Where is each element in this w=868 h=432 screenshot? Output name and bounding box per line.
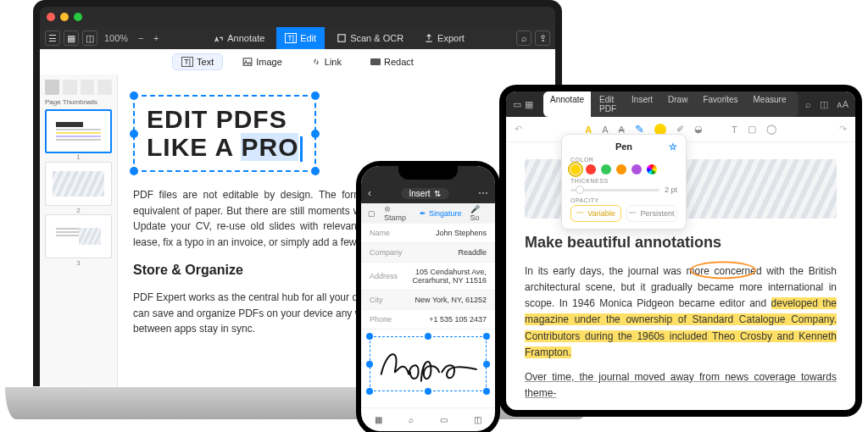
circled-text: more concerned xyxy=(687,265,762,277)
thickness-slider[interactable] xyxy=(570,189,659,191)
phone-grid-icon[interactable]: ▦ xyxy=(375,415,382,424)
phone-back-icon[interactable]: ‹ xyxy=(361,187,378,199)
svg-rect-1 xyxy=(243,58,252,65)
view-mode-icon[interactable]: ▦ xyxy=(64,30,79,46)
favorite-star-icon[interactable]: ☆ xyxy=(669,141,677,152)
text-edit-selection[interactable]: EDIT PDFS LIKE A PRO xyxy=(133,95,316,172)
article-paragraph-2: Over time, the journal moved away from n… xyxy=(525,369,837,402)
edit-tool-text-label: Text xyxy=(197,57,214,67)
zoom-in-button[interactable]: + xyxy=(150,33,162,43)
article-paragraph-1: In its early days, the journal was more … xyxy=(525,263,837,361)
headline-selected-word: PRO xyxy=(241,133,298,161)
strike-tool-icon[interactable]: A xyxy=(619,125,625,135)
fill-sign-icon[interactable]: ▢ xyxy=(368,209,376,218)
eraser-tool-icon[interactable]: ◒ xyxy=(694,124,703,135)
opacity-persistent-button[interactable]: 〰 Persistent xyxy=(626,205,677,222)
tablet-tab-add[interactable]: ＋ xyxy=(794,91,798,117)
phone-bottom-bar: ▦ ⌕ ▭ ◫ xyxy=(361,407,495,431)
tablet-tab-editpdf[interactable]: Edit PDF xyxy=(593,91,623,117)
close-icon[interactable] xyxy=(47,13,55,21)
tablet-tab-measure[interactable]: Measure xyxy=(747,91,793,117)
popover-title: Pen xyxy=(615,141,632,152)
form-row-address: Address105 Cendahurst Ave, Cerarhurst, N… xyxy=(361,263,495,291)
back-icon[interactable]: ▭ xyxy=(513,99,521,110)
phone-search-icon[interactable]: ⌕ xyxy=(409,415,414,424)
note-tool-icon[interactable]: ▢ xyxy=(748,124,756,135)
edit-tool-redact[interactable]: Redact xyxy=(362,54,422,69)
signature-tool[interactable]: ✒︎ Singature xyxy=(420,209,462,218)
sound-tool[interactable]: 🎤 So xyxy=(470,205,488,222)
sidebar-tab-thumbnails[interactable] xyxy=(45,80,59,95)
thickness-value: 2 pt xyxy=(665,186,677,194)
zoom-level[interactable]: 100% xyxy=(101,33,131,43)
signature-glyph xyxy=(373,341,483,387)
tab-annotate[interactable]: Annotate xyxy=(205,27,273,49)
pen-settings-popover: Pen☆ COLOR THICKNESS 2 pt OPACITY 〰 Vari… xyxy=(561,134,687,230)
tablet-search-icon[interactable]: ⌕ xyxy=(805,99,811,109)
edit-tool-text[interactable]: T|Text xyxy=(173,54,222,69)
tablet-tab-draw[interactable]: Draw xyxy=(661,91,694,117)
sidebar-tab-annotations[interactable] xyxy=(81,80,95,95)
phone-titlebar: ‹ Insert ⇅ ⋯ xyxy=(361,183,495,203)
color-picker-icon[interactable] xyxy=(647,164,657,174)
minimize-icon[interactable] xyxy=(60,13,69,21)
sidebar-tab-bookmarks[interactable] xyxy=(97,80,112,95)
color-purple[interactable] xyxy=(632,164,642,174)
popover-thickness-label: THICKNESS xyxy=(570,178,677,184)
edit-tool-link[interactable]: Link xyxy=(303,54,350,69)
svg-rect-0 xyxy=(338,35,345,42)
highlight-tool-icon[interactable]: A xyxy=(585,125,592,135)
color-orange[interactable] xyxy=(616,164,626,174)
underline-tool-icon[interactable]: A xyxy=(602,125,608,135)
share-icon[interactable]: ⇪ xyxy=(535,30,550,46)
search-icon[interactable]: ⌕ xyxy=(516,30,531,46)
color-red[interactable] xyxy=(586,164,596,174)
color-yellow[interactable] xyxy=(570,164,581,174)
tab-annotate-label: Annotate xyxy=(227,33,264,43)
headline-line-2a: LIKE A xyxy=(147,133,241,161)
opacity-variable-button[interactable]: 〰 Variable xyxy=(570,205,621,222)
phone-book-icon[interactable]: ▭ xyxy=(440,415,448,424)
phone-mode-dropdown[interactable]: Insert ⇅ xyxy=(401,188,449,199)
form-row-phone: Phone+1 535 105 2437 xyxy=(361,310,495,330)
tablet-text-settings-icon[interactable]: ᴀA xyxy=(837,99,849,110)
color-green[interactable] xyxy=(601,164,611,174)
sidebar-tab-outline[interactable] xyxy=(63,80,77,95)
bookmark-icon[interactable]: ◫ xyxy=(82,30,97,46)
tab-edit-label: Edit xyxy=(300,33,316,43)
popover-color-label: COLOR xyxy=(570,157,677,163)
tab-export-label: Export xyxy=(437,33,465,43)
edit-tool-redact-label: Redact xyxy=(384,57,414,67)
phone-more-icon[interactable]: ⋯ xyxy=(471,187,495,199)
edit-tool-image[interactable]: Image xyxy=(234,54,291,69)
zoom-out-button[interactable]: − xyxy=(135,33,147,43)
page-thumbnail-2[interactable]: 2 xyxy=(45,162,112,206)
stamp-tool[interactable]: ♔ Stamp xyxy=(384,205,411,222)
tab-export[interactable]: Export xyxy=(415,27,473,49)
shape-tool-icon[interactable]: ◯ xyxy=(766,124,776,135)
tab-scan-ocr[interactable]: Scan & OCR xyxy=(328,27,412,49)
headline-line-1: EDIT PDFS xyxy=(147,105,287,133)
page-thumbnail-1[interactable]: 1 xyxy=(45,109,112,153)
zoom-icon[interactable] xyxy=(74,13,82,21)
page-thumbnail-3[interactable]: 3 xyxy=(45,214,112,258)
tablet-tab-insert[interactable]: Insert xyxy=(625,91,659,117)
signature-box[interactable] xyxy=(370,336,487,391)
sidebar-toggle-icon[interactable]: ☰ xyxy=(45,30,60,46)
tablet-tab-annotate[interactable]: Annotate xyxy=(543,91,591,117)
popover-color-row xyxy=(570,164,677,174)
form-row-city: CityNew York, NY, 61252 xyxy=(361,291,495,310)
undo-icon[interactable]: ↶ xyxy=(515,124,522,135)
redo-icon[interactable]: ↷ xyxy=(839,124,847,135)
tablet-tool-tabs: Annotate Edit PDF Insert Draw Favorites … xyxy=(543,91,798,117)
window-titlebar xyxy=(40,7,555,27)
tablet-tab-fav[interactable]: Favorites xyxy=(696,91,744,117)
tab-edit[interactable]: T|Edit xyxy=(276,27,325,49)
tablet-bookmarks-icon[interactable]: ◫ xyxy=(820,99,828,110)
grid-icon[interactable]: ▦ xyxy=(525,99,533,110)
text-tool-icon[interactable]: T xyxy=(732,125,737,135)
form-row-name: NameJohn Stephens xyxy=(361,224,495,243)
tablet-titlebar: ▭ ▦ Annotate Edit PDF Insert Draw Favori… xyxy=(506,91,855,117)
form-row-company: CompanyReaddle xyxy=(361,243,495,263)
phone-bookmark-icon[interactable]: ◫ xyxy=(474,415,481,424)
